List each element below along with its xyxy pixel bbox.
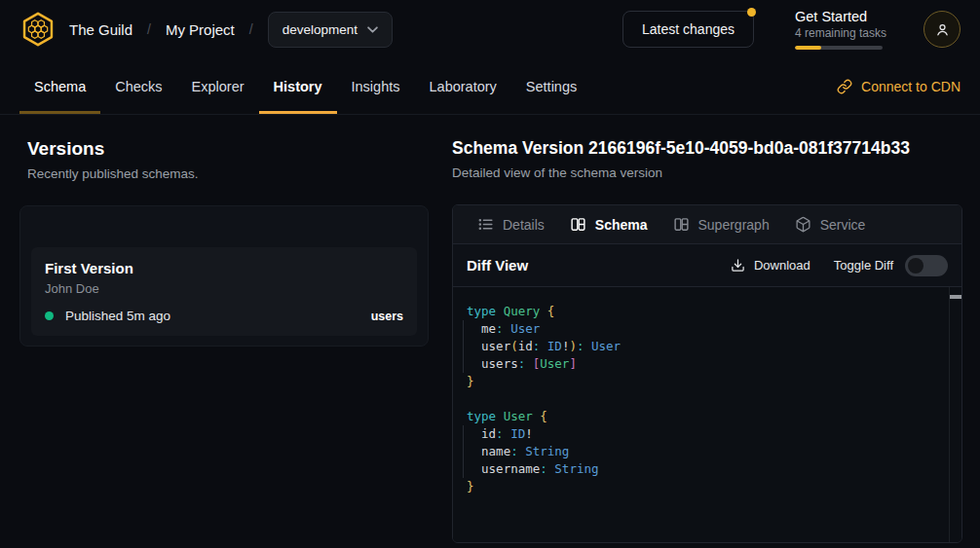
breadcrumb-separator: / bbox=[249, 21, 253, 37]
environment-selected-label: development bbox=[283, 22, 358, 37]
get-started-title: Get Started bbox=[795, 9, 883, 24]
tab-laboratory[interactable]: Laboratory bbox=[415, 58, 511, 114]
schema-version-title: Schema Version 2166196f-5e10-4059-bd0a-0… bbox=[452, 138, 962, 159]
chevron-down-icon bbox=[367, 26, 378, 33]
code-line: } bbox=[467, 373, 938, 390]
latest-changes-label: Latest changes bbox=[642, 21, 735, 37]
panel-tab-supergraph[interactable]: Supergraph bbox=[660, 205, 782, 243]
published-status-dot bbox=[45, 311, 54, 320]
versions-list: First Version John Doe Published 5m ago … bbox=[19, 205, 429, 347]
tab-history[interactable]: History bbox=[259, 58, 337, 114]
code-line: user(id: ID!): User bbox=[467, 338, 938, 355]
versions-header: Versions Recently published schemas. bbox=[27, 138, 429, 181]
panel-tab-label: Supergraph bbox=[698, 217, 770, 233]
version-card-title: First Version bbox=[45, 260, 403, 276]
diff-view-title: Diff View bbox=[467, 257, 528, 274]
published-status-text: Published 5m ago bbox=[65, 309, 170, 323]
columns-icon bbox=[570, 216, 586, 233]
cube-icon bbox=[795, 216, 811, 233]
tab-settings[interactable]: Settings bbox=[511, 58, 591, 114]
diff-view-controls: Download Toggle Diff bbox=[731, 255, 948, 276]
panel-tab-label: Schema bbox=[595, 217, 648, 233]
version-card[interactable]: First Version John Doe Published 5m ago … bbox=[31, 247, 417, 336]
schema-version-header: Schema Version 2166196f-5e10-4059-bd0a-0… bbox=[452, 138, 962, 180]
schema-version-column: Schema Version 2166196f-5e10-4059-bd0a-0… bbox=[452, 138, 962, 548]
code-line: } bbox=[467, 478, 938, 495]
list-icon bbox=[477, 216, 494, 233]
versions-title: Versions bbox=[27, 138, 429, 160]
tab-schema[interactable]: Schema bbox=[19, 58, 100, 114]
get-started-widget[interactable]: Get Started 4 remaining tasks bbox=[795, 9, 883, 50]
graphql-code-block: type Query { me: User user(id: ID!): Use… bbox=[467, 303, 938, 495]
toggle-diff-label: Toggle Diff bbox=[834, 258, 893, 273]
topbar-right-group: Latest changes Get Started 4 remaining t… bbox=[622, 9, 961, 50]
toggle-diff-switch[interactable] bbox=[905, 255, 948, 276]
panel-tab-bar: Details Schema bbox=[453, 205, 961, 244]
get-started-progress-fill bbox=[795, 46, 821, 50]
breadcrumb-project[interactable]: My Project bbox=[166, 21, 235, 38]
target-nav-tabs: Schema Checks Explorer History Insights … bbox=[19, 58, 591, 114]
schema-version-panel: Details Schema bbox=[452, 204, 962, 543]
code-scrollbar-thumb[interactable] bbox=[950, 295, 961, 299]
breadcrumb-separator: / bbox=[147, 21, 151, 37]
panel-tab-schema[interactable]: Schema bbox=[557, 205, 660, 243]
code-line: type Query { bbox=[467, 303, 938, 320]
version-card-author: John Doe bbox=[45, 281, 403, 296]
schema-version-subtitle: Detailed view of the schema version bbox=[452, 165, 962, 180]
get-started-progress-track bbox=[795, 46, 883, 50]
code-line: id: ID! bbox=[467, 425, 938, 443]
connect-to-cdn-link[interactable]: Connect to CDN bbox=[837, 58, 961, 114]
target-nav: Schema Checks Explorer History Insights … bbox=[0, 58, 980, 115]
notification-dot bbox=[747, 8, 756, 17]
link-icon bbox=[837, 79, 852, 94]
panel-tab-label: Details bbox=[503, 217, 545, 233]
tab-explorer[interactable]: Explorer bbox=[177, 58, 259, 114]
columns-icon bbox=[673, 216, 690, 233]
toggle-diff-group: Toggle Diff bbox=[834, 255, 948, 276]
code-line: type User { bbox=[467, 408, 938, 425]
environment-selector[interactable]: development bbox=[268, 12, 393, 48]
service-badge: users bbox=[371, 310, 403, 323]
code-line bbox=[467, 390, 938, 408]
panel-tab-details[interactable]: Details bbox=[465, 205, 557, 243]
code-line: me: User bbox=[467, 320, 938, 338]
tab-insights[interactable]: Insights bbox=[337, 58, 415, 114]
code-line: name: String bbox=[467, 443, 938, 460]
user-icon bbox=[934, 21, 951, 38]
code-scrollbar[interactable] bbox=[949, 287, 961, 542]
top-bar: The Guild / My Project / development Lat… bbox=[0, 0, 980, 58]
breadcrumb-org[interactable]: The Guild bbox=[69, 21, 132, 38]
latest-changes-button[interactable]: Latest changes bbox=[622, 11, 754, 48]
versions-column: Versions Recently published schemas. Fir… bbox=[19, 138, 429, 548]
get-started-subtitle: 4 remaining tasks bbox=[795, 26, 883, 40]
download-label: Download bbox=[754, 258, 810, 273]
versions-subtitle: Recently published schemas. bbox=[27, 166, 429, 181]
code-line: username: String bbox=[467, 460, 938, 478]
connect-to-cdn-label: Connect to CDN bbox=[861, 79, 961, 94]
main-content: Versions Recently published schemas. Fir… bbox=[0, 115, 980, 548]
tab-checks[interactable]: Checks bbox=[100, 58, 176, 114]
version-card-meta: Published 5m ago users bbox=[45, 309, 403, 323]
guild-honeycomb-logo-icon[interactable] bbox=[19, 11, 57, 48]
panel-tab-label: Service bbox=[820, 217, 866, 233]
schema-sdl-viewer: type Query { me: User user(id: ID!): Use… bbox=[453, 287, 961, 542]
diff-view-header: Diff View Download Toggle Diff bbox=[453, 244, 961, 287]
download-button[interactable]: Download bbox=[731, 258, 810, 273]
code-line: users: [User] bbox=[467, 355, 938, 373]
panel-tab-service[interactable]: Service bbox=[782, 205, 879, 243]
app-window: The Guild / My Project / development Lat… bbox=[0, 0, 980, 548]
user-avatar-button[interactable] bbox=[923, 11, 961, 48]
download-icon bbox=[731, 258, 745, 273]
